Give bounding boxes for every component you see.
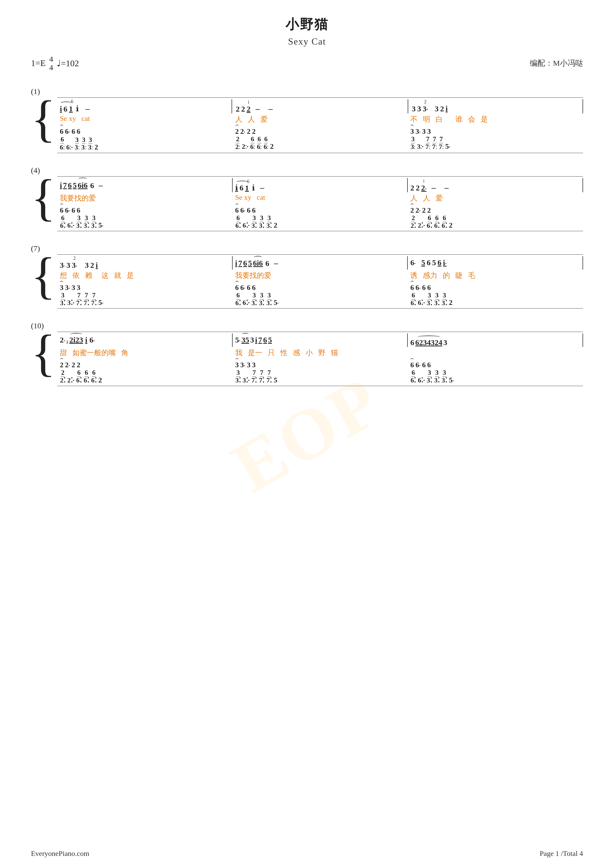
sg-4: 6 i 6	[78, 180, 87, 190]
measure-8-melody: i 7 6 5 6 i 6 6 –	[233, 256, 407, 270]
system-10: (10) { 2· i 2 i 2	[31, 321, 583, 386]
sg-5: i̇ 6 6 1	[235, 183, 249, 192]
n-5-4: 5	[73, 181, 76, 190]
n-6-4: 6	[68, 181, 72, 190]
measure-9-melody: 6· 5 6 5 6 i·	[408, 256, 583, 270]
dash-5: –	[260, 183, 264, 192]
measure-3-melody: 3 3 2 3· 3 2 i	[409, 99, 583, 113]
n-i-4c: i	[81, 181, 84, 190]
bass-slur-1: 6	[60, 127, 64, 136]
n-6-9c: 6	[438, 258, 441, 267]
measure-7-melody: 3· 3 2 3· 3 2 i	[57, 256, 232, 270]
lyrics-4: 我要找的爱 Se xy cat 人 人 爱	[57, 192, 583, 205]
n-3-7c: 3	[85, 261, 89, 270]
system-label-4: (4)	[31, 166, 583, 175]
score-body: (1) { i· 6	[31, 82, 583, 404]
dash-2a: –	[256, 104, 260, 113]
bass-lower-10: 22⁚ 2⁚· 66⁚ 66⁚ 66⁚ 2 33⁚ 3⁚·	[57, 369, 583, 386]
n-6-9b: 6	[427, 258, 431, 267]
measure-10-melody: 2· i 2 i 2 3 i 6·	[57, 333, 232, 347]
n-6-8d: 6	[259, 259, 263, 268]
note-2-3d: 2	[440, 104, 444, 113]
bracket-7: {	[31, 254, 56, 297]
dash-1: –	[85, 104, 90, 113]
bass-slur-3: 3	[410, 127, 414, 136]
n-6-9a: 6·	[410, 258, 416, 267]
bracket-10: {	[31, 332, 56, 374]
n-2-6a: 2	[410, 183, 414, 192]
n-6-8e: 6	[265, 259, 269, 268]
system-4: (4) { i 7 6 5 6	[31, 166, 583, 231]
n-i-8: i	[235, 259, 237, 268]
measure-4-melody: i 7 6 5 6 i 6 6 –	[57, 178, 232, 192]
note-3-3b: 3	[417, 104, 421, 113]
n-7-8: 7	[238, 259, 242, 268]
meta-left: 1=E 4 4 ♩=102	[31, 55, 79, 72]
n-6-8: 6	[243, 259, 247, 268]
sg-11: 3 5	[241, 336, 249, 344]
bass-upper-10: 2 2· 2 2 3 3· 3 3	[57, 360, 583, 369]
n-i-8c: i	[257, 259, 259, 268]
note-i-3: i	[446, 104, 448, 113]
n-5-8: 5	[248, 259, 252, 268]
note-i-1: i·	[60, 104, 62, 113]
n-5-9b: 5	[432, 258, 436, 267]
bracket-4: {	[31, 176, 56, 219]
note-6-1: 6	[64, 105, 67, 113]
bass-slur-2: 2	[235, 127, 239, 136]
n-6-4b: 6	[78, 181, 81, 190]
slur2: i 2	[247, 105, 250, 113]
footer-left: EveryonePiano.com	[31, 849, 89, 858]
page-subtitle: Sexy Cat	[31, 36, 583, 47]
bass-lower-7: 33⁚ 3⁚· 77⁚ 77⁚ 77⁚ 5· 66⁚ 6⁚·	[57, 292, 583, 308]
arranger: 编配：M小冯哒	[530, 58, 583, 68]
page-title: 小野猫	[31, 16, 583, 34]
stacked-bass-1: 3 3⁚	[75, 136, 80, 151]
sg-12: 6 2 3 4 3 2 4	[415, 338, 442, 347]
footer-right: Page 1 /Total 4	[540, 849, 583, 858]
dash-6b: –	[445, 183, 449, 192]
n-3-7a: 3·	[60, 261, 65, 270]
measure-2-melody: 2 2 i 2 – –	[233, 99, 406, 113]
dash-6a: –	[432, 183, 436, 192]
note-3-3c: 3	[435, 104, 438, 113]
measure-12-melody: 6 6 2 3 4 3 2 4 3	[408, 333, 583, 347]
n-i4: i	[60, 181, 62, 190]
system-label-10: (10)	[31, 321, 583, 330]
bracket-1: {	[31, 98, 56, 140]
dash-4: –	[99, 180, 103, 190]
n-7-4: 7	[63, 181, 67, 190]
system-label-1: (1)	[31, 87, 583, 96]
n-2-6b: 2	[416, 183, 420, 192]
measure-11-melody: 5· 3 5 3 i 7 6 5	[233, 333, 407, 347]
slur3: 2 3·	[423, 104, 428, 113]
note-3-3a: 3	[412, 104, 416, 113]
note-2-2: 2	[236, 105, 239, 113]
n-6-4d: 6	[84, 181, 88, 190]
dash-2b: –	[269, 104, 273, 113]
lyrics-1: Se xy cat 人 人 爱 不 明 白 谁 会 是	[57, 113, 583, 126]
n-2-7: 2	[90, 261, 94, 270]
slur7: 2 3·	[72, 261, 77, 270]
slur-group-1: i· 6 6 1	[60, 104, 73, 113]
footer: EveryonePiano.com Page 1 /Total 4	[31, 849, 583, 858]
n-6-8b: 6	[253, 259, 257, 268]
note-6-slur: 6 1	[69, 104, 73, 113]
upper-staff-1: i· 6 6 1 i̇ –	[57, 98, 583, 113]
n-6-4e: 6	[90, 181, 94, 190]
system-label-7: (7)	[31, 244, 583, 253]
n-5-9: 5	[421, 258, 425, 267]
slur6: i 2·	[421, 183, 426, 192]
n-i-5: i̇	[235, 183, 238, 192]
bass-upper-7: 3 3· 3 3 6 6· 6 6	[57, 282, 583, 292]
bass-upper-4: 6 6· 6 6 6 6· 6 6	[57, 205, 583, 214]
system-1: (1) { i· 6	[31, 87, 583, 153]
key-info: 1=E	[31, 58, 46, 68]
bass-lower-1: 6 6⁚ 6⁚· 3 3⁚ 3 3⁚	[57, 136, 583, 153]
sg-10: 2 i 2 3	[69, 336, 83, 344]
sg-8: 6 i 6	[253, 259, 263, 268]
stacked-bass-1b: 3 3⁚	[81, 136, 86, 151]
system-7: (7) { 3· 3 2 3·	[31, 244, 583, 308]
n-i-7: i	[96, 261, 98, 270]
measure-5-melody: i̇ 6 6 1 i̇ –	[233, 178, 407, 192]
